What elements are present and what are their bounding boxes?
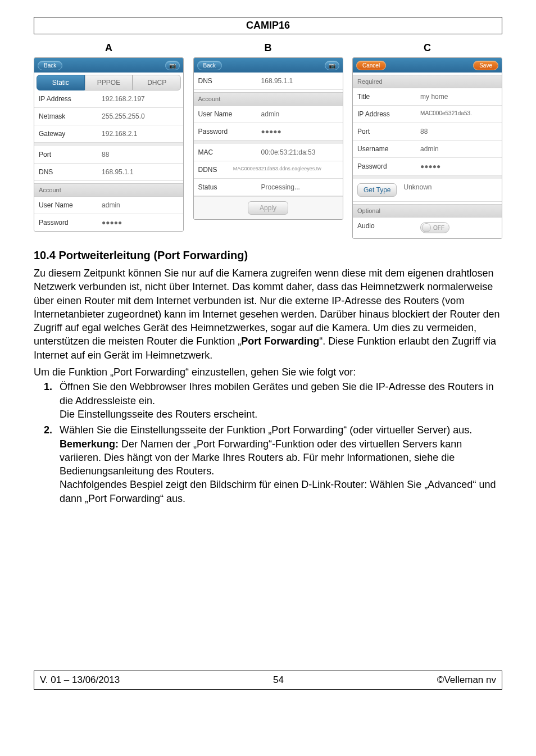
logo-icon: 📷	[325, 61, 339, 70]
value-username: admin	[102, 201, 179, 209]
footer-version: V. 01 – 13/06/2013	[40, 674, 120, 686]
required-header: Required	[353, 75, 502, 88]
value-status: Processing...	[261, 183, 338, 191]
panel-c: Cancel Save Required Title my home IP Ad…	[352, 57, 502, 239]
row-password: Password ●●●●●	[34, 214, 183, 231]
get-type-button[interactable]: Get Type	[357, 183, 397, 197]
value-audio[interactable]: OFF	[420, 222, 497, 234]
step-1: Öffnen Sie den Webbrowser Ihres mobilen …	[55, 380, 502, 421]
label-password: Password	[39, 219, 102, 227]
row-gateway: Gateway 192.168.2.1	[34, 125, 183, 143]
page-title: CAMIP16	[34, 17, 502, 34]
value-mac: 00:0e:53:21:da:53	[261, 148, 338, 156]
column-b-label: B	[265, 42, 272, 54]
column-a-label: A	[105, 42, 112, 54]
label-ip: IP Address	[357, 110, 420, 118]
label-dns: DNS	[39, 168, 102, 176]
back-button[interactable]: Back	[38, 61, 62, 70]
label-title: Title	[357, 93, 420, 101]
row-username: User Name admin	[34, 197, 183, 214]
row-title: Title my home	[353, 88, 502, 106]
apply-row: Apply	[194, 196, 343, 219]
step-2: Wählen Sie die Einstellungsseite der Fun…	[55, 423, 502, 505]
step-1a: Öffnen Sie den Webbrowser Ihres mobilen …	[60, 381, 494, 406]
value-password: ●●●●●	[102, 219, 179, 227]
label-password: Password	[198, 128, 261, 135]
row-netmask: Netmask 255.255.255.0	[34, 108, 183, 125]
logo-icon: 📷	[165, 61, 180, 70]
value-netmask: 255.255.255.0	[102, 112, 179, 120]
label-password: Password	[357, 162, 420, 170]
row-mac: MAC 00:0e:53:21:da:53	[194, 144, 343, 161]
account-header: Account	[194, 92, 343, 106]
tab-dhcp[interactable]: DHCP	[133, 75, 181, 90]
note-label: Bemerkung:	[60, 438, 119, 450]
column-b: B Back 📷 DNS 168.95.1.1 Account User Nam…	[193, 42, 343, 239]
audio-toggle-off[interactable]: OFF	[420, 222, 449, 233]
value-gateway: 192.168.2.1	[102, 130, 179, 138]
label-port: Port	[39, 151, 102, 159]
paragraph-2: Um die Funktion „Port Forwarding“ einzus…	[34, 365, 502, 379]
footer-copyright: ©Velleman nv	[437, 674, 496, 686]
label-status: Status	[198, 183, 261, 191]
optional-header: Optional	[353, 204, 502, 218]
value-password: ●●●●●	[261, 128, 338, 135]
value-username: admin	[261, 110, 338, 118]
row-dns: DNS 168.95.1.1	[194, 73, 343, 90]
row-ddns: DDNS MAC000e5321da53.ddns.eagleeyes.tw	[194, 161, 343, 179]
value-username: admin	[420, 145, 497, 153]
network-type-tabs: Static PPPOE DHCP	[34, 73, 183, 90]
panel-c-topbar: Cancel Save	[353, 58, 502, 73]
row-password: Password ●●●●●	[194, 123, 343, 141]
label-ip: IP Address	[39, 95, 102, 103]
panel-a: Back 📷 Static PPPOE DHCP IP Address 192.…	[34, 57, 184, 232]
label-netmask: Netmask	[39, 112, 102, 120]
row-gettype: Get Type Unknown	[353, 179, 502, 202]
row-dns: DNS 168.95.1.1	[34, 164, 183, 181]
row-port: Port 88	[34, 146, 183, 164]
tab-static[interactable]: Static	[37, 75, 85, 90]
label-audio: Audio	[357, 222, 420, 234]
page-footer: V. 01 – 13/06/2013 54 ©Velleman nv	[34, 671, 502, 690]
row-password: Password ●●●●●	[353, 158, 502, 175]
save-button[interactable]: Save	[473, 61, 498, 70]
cancel-button[interactable]: Cancel	[356, 61, 386, 70]
step-2b: Der Namen der „Port Forwarding“-Funktion…	[60, 438, 462, 477]
footer-page-number: 54	[273, 674, 284, 686]
port-forwarding-bold: Port Forwarding	[241, 336, 319, 347]
value-dns: 168.95.1.1	[261, 77, 338, 85]
column-c-label: C	[424, 42, 431, 54]
value-ddns: MAC000e5321da53.ddns.eagleeyes.tw	[233, 166, 338, 174]
label-port: Port	[357, 128, 420, 135]
row-username: Username admin	[353, 141, 502, 158]
value-port: 88	[420, 128, 497, 135]
value-port: 88	[102, 151, 179, 159]
step-1b: Die Einstellungsseite des Routers ersche…	[60, 409, 257, 420]
row-ip: IP Address MAC000e5321da53.	[353, 106, 502, 123]
section-heading: 10.4 Portweiterleitung (Port Forwarding)	[34, 249, 502, 262]
apply-button[interactable]: Apply	[248, 201, 288, 215]
row-port: Port 88	[353, 123, 502, 141]
panel-b: Back 📷 DNS 168.95.1.1 Account User Name …	[193, 57, 343, 220]
value-ip: MAC000e5321da53.	[420, 110, 497, 118]
value-gettype: Unknown	[403, 183, 431, 197]
column-c: C Cancel Save Required Title my home IP …	[352, 42, 502, 239]
value-dns: 168.95.1.1	[102, 168, 179, 176]
step-2c: Nachfolgendes Bespiel zeigt den Bildschi…	[60, 479, 496, 504]
screenshot-triptych: A Back 📷 Static PPPOE DHCP IP Address 19…	[34, 42, 502, 239]
steps-list: Öffnen Sie den Webbrowser Ihres mobilen …	[34, 380, 502, 505]
column-a: A Back 📷 Static PPPOE DHCP IP Address 19…	[34, 42, 184, 239]
row-ip: IP Address 192.168.2.197	[34, 90, 183, 108]
value-ip: 192.168.2.197	[102, 95, 179, 103]
panel-a-topbar: Back 📷	[34, 58, 183, 73]
label-mac: MAC	[198, 148, 261, 156]
step-2a: Wählen Sie die Einstellungsseite der Fun…	[60, 424, 472, 436]
back-button[interactable]: Back	[197, 61, 222, 70]
label-username: User Name	[198, 110, 261, 118]
account-header: Account	[34, 183, 183, 197]
panel-b-topbar: Back 📷	[194, 58, 343, 73]
tab-pppoe[interactable]: PPPOE	[85, 75, 133, 90]
paragraph-1: Zu diesem Zeitpunkt können Sie nur auf d…	[34, 266, 502, 362]
label-gateway: Gateway	[39, 130, 102, 138]
row-username: User Name admin	[194, 106, 343, 123]
